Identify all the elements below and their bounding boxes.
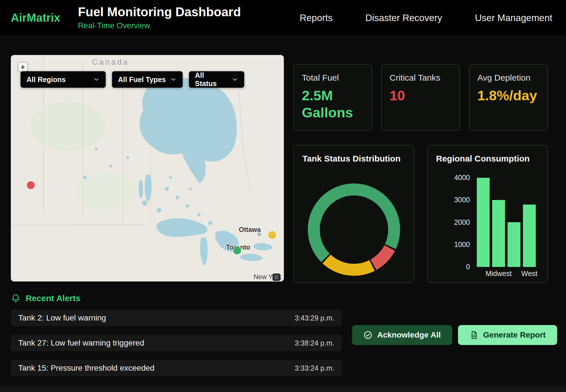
- page-subtitle: Real-Time Overview: [78, 21, 241, 30]
- map-label-ottawa: Ottawa: [239, 226, 261, 234]
- document-icon: [469, 330, 479, 340]
- bar-x-label: Midwest: [486, 270, 512, 278]
- alert-row: Tank 27: Low fuel warning triggered 3:38…: [11, 335, 342, 351]
- fuel-type-filter-select[interactable]: All Fuel Types: [112, 71, 183, 88]
- nav-reports[interactable]: Reports: [300, 13, 333, 23]
- stat-value-total-fuel: 2.5M Gallons: [302, 87, 364, 121]
- tank-marker-warning[interactable]: [268, 231, 276, 239]
- stat-label: Total Fuel: [302, 73, 364, 83]
- ottawa-town-dot: [258, 233, 261, 236]
- fuel-monitoring-dashboard: AirMatrix Fuel Monitoring Dashboard Real…: [0, 0, 566, 392]
- alert-time: 3:43:29 p.m.: [295, 314, 334, 322]
- bell-icon: [11, 293, 21, 303]
- alert-time: 3:38:24 p.m.: [295, 339, 334, 347]
- generate-report-label: Generate Report: [483, 330, 545, 340]
- nav-disaster-recovery[interactable]: Disaster Recovery: [365, 13, 442, 23]
- stat-label: Avg Depletion: [477, 73, 539, 83]
- region-filter-select[interactable]: All Regions: [21, 71, 106, 88]
- region-filter-value: All Regions: [27, 75, 66, 84]
- map-filter-row: All Regions All Fuel Types All Status: [21, 71, 244, 88]
- tank-marker-critical[interactable]: [27, 181, 35, 189]
- chevron-down-icon: [93, 76, 100, 83]
- main-nav: Reports Disaster Recovery User Managemen…: [300, 13, 552, 23]
- bar-chart: 01000200030004000 MidwestWest: [436, 178, 539, 278]
- bar-series: MidwestWest: [477, 178, 536, 267]
- donut-chart: [302, 183, 405, 276]
- generate-report-button[interactable]: Generate Report: [458, 325, 557, 345]
- alert-message: Tank 15: Pressure threshold exceeded: [18, 364, 154, 373]
- alerts-header: Recent Alerts: [11, 293, 555, 303]
- app-header: AirMatrix Fuel Monitoring Dashboard Real…: [0, 0, 566, 36]
- alert-list: Tank 2: Low fuel warning 3:43:29 p.m. Ta…: [11, 310, 342, 376]
- tank-marker-normal[interactable]: [233, 246, 241, 254]
- tank-map[interactable]: Canada Ottawa Toronto New York + All Reg…: [11, 55, 284, 281]
- title-block: Fuel Monitoring Dashboard Real-Time Over…: [78, 5, 241, 30]
- bar-y-tick: 1000: [454, 240, 470, 249]
- bottom-edge: [0, 386, 566, 392]
- bar: West: [523, 205, 536, 267]
- tank-status-chart-card: Tank Status Distribution: [294, 145, 414, 283]
- stat-label: Critical Tanks: [390, 73, 452, 83]
- stat-card-avg-depletion: Avg Depletion 1.8%/day: [469, 64, 548, 131]
- nav-user-management[interactable]: User Management: [475, 13, 552, 23]
- map-label-canada: Canada: [92, 58, 129, 67]
- check-circle-icon: [363, 330, 372, 340]
- map-zoom-in-button[interactable]: +: [18, 62, 28, 72]
- main-content: Canada Ottawa Toronto New York + All Reg…: [0, 55, 566, 283]
- grip-dots-icon: [274, 275, 279, 279]
- regional-consumption-chart-card: Regional Consumption 01000200030004000 M…: [427, 145, 548, 283]
- alerts-heading: Recent Alerts: [26, 293, 80, 303]
- brand-logo[interactable]: AirMatrix: [11, 11, 60, 24]
- chevron-down-icon: [231, 76, 238, 83]
- bar-x-label: West: [521, 270, 538, 278]
- metrics-column: Total Fuel 2.5M Gallons Critical Tanks 1…: [294, 64, 548, 283]
- donut-ring: [308, 183, 400, 276]
- charts-row: Tank Status Distribution Regional Consum…: [294, 145, 548, 283]
- alert-row: Tank 15: Pressure threshold exceeded 3:3…: [11, 360, 342, 376]
- page-title: Fuel Monitoring Dashboard: [78, 5, 241, 19]
- bar: [508, 222, 520, 267]
- chart-title: Tank Status Distribution: [302, 154, 405, 164]
- status-filter-value: All Status: [195, 71, 227, 88]
- alert-message: Tank 27: Low fuel warning triggered: [18, 338, 144, 348]
- bar: [477, 178, 490, 267]
- acknowledge-all-button[interactable]: Acknowledge All: [352, 325, 452, 345]
- stat-value-avg-depletion: 1.8%/day: [477, 87, 539, 104]
- alert-message: Tank 2: Low fuel warning: [18, 313, 106, 322]
- stat-card-total-fuel: Total Fuel 2.5M Gallons: [294, 64, 372, 131]
- alert-actions: Acknowledge All Generate Report: [352, 325, 557, 345]
- alert-row: Tank 2: Low fuel warning 3:43:29 p.m.: [11, 310, 342, 326]
- stats-row: Total Fuel 2.5M Gallons Critical Tanks 1…: [294, 64, 548, 131]
- bar-y-tick: 3000: [454, 196, 470, 204]
- fuel-type-filter-value: All Fuel Types: [118, 75, 166, 84]
- stat-value-critical-tanks: 10: [390, 87, 452, 104]
- status-filter-select[interactable]: All Status: [189, 71, 244, 88]
- alert-time: 3:33:24 p.m.: [295, 364, 334, 372]
- donut-hole: [320, 195, 388, 264]
- bar-y-axis: 01000200030004000: [436, 178, 475, 267]
- recent-alerts-section: Recent Alerts Tank 2: Low fuel warning 3…: [0, 293, 566, 376]
- bar-y-tick: 0: [466, 263, 470, 271]
- map-resize-handle[interactable]: [272, 273, 280, 281]
- stat-card-critical-tanks: Critical Tanks 10: [381, 64, 460, 131]
- acknowledge-all-label: Acknowledge All: [377, 330, 441, 340]
- chevron-down-icon: [170, 76, 177, 83]
- bar-y-tick: 2000: [454, 218, 470, 226]
- bar: Midwest: [492, 200, 505, 267]
- chart-title: Regional Consumption: [436, 154, 539, 164]
- bar-y-tick: 4000: [454, 173, 470, 182]
